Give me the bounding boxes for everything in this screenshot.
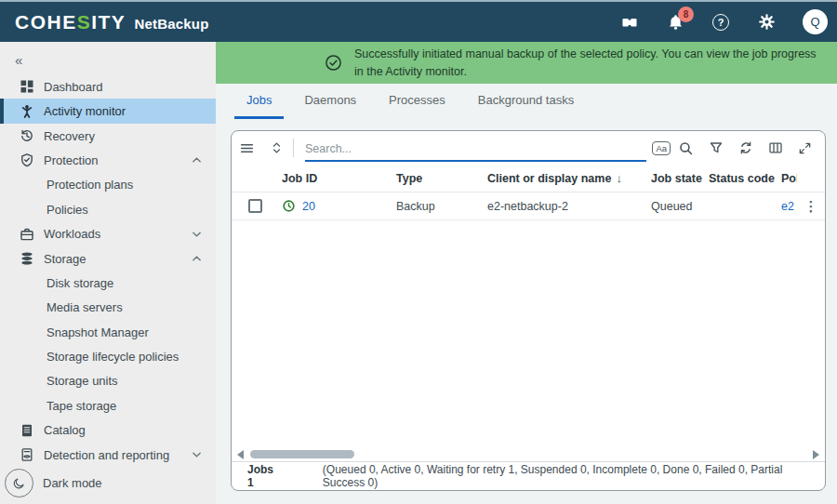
settings-gear-icon[interactable] [757,13,776,32]
chevron-up-icon [192,156,202,164]
user-avatar[interactable]: Q [803,9,828,34]
job-state-cell: Queued [645,200,703,213]
chevron-up-icon [192,255,202,262]
sidebar-item-dashboard[interactable]: Dashboard [0,74,216,99]
table-footer: Jobs 1 (Queued 0, Active 0, Waiting for … [232,461,825,490]
sidebar-item-activity-monitor[interactable]: Activity monitor [0,99,216,123]
success-banner-message: Successfully initiated manual backup of … [354,46,824,79]
product-name: NetBackup [134,16,208,32]
activity-monitor-icon [20,104,34,119]
jobs-table-card: Aa Job ID Type Client or display name ↓ … [231,130,826,491]
scroll-left-icon[interactable] [237,450,244,459]
search-icon[interactable] [678,140,694,156]
case-sensitive-icon[interactable]: Aa [652,141,671,155]
horizontal-scrollbar-thumb[interactable] [250,450,354,458]
refresh-icon[interactable] [738,140,753,155]
column-header-client[interactable]: Client or display name ↓ [487,171,645,185]
view-list-icon[interactable] [239,140,255,156]
horizontal-scrollbar[interactable] [235,446,821,461]
dark-mode-toggle[interactable]: Dark mode [0,467,216,499]
expand-fullscreen-icon[interactable] [798,141,812,155]
sidebar-item-label: Storage lifecycle policies [46,350,179,364]
sidebar-item-label: Disk storage [46,276,113,290]
job-queued-clock-icon [282,199,296,213]
tab-bar: Jobs Daemons Processes Background tasks [216,84,837,119]
chevron-down-icon [192,451,202,458]
storage-disks-icon [20,251,34,266]
column-header-status-code[interactable]: Status code [703,172,776,185]
sidebar-item-media-servers[interactable]: Media servers [0,296,216,320]
sidebar-item-label: Recovery [44,129,95,143]
search-input[interactable] [305,142,646,155]
row-checkbox[interactable] [248,199,262,213]
sidebar-item-tape-storage[interactable]: Tape storage [0,393,216,418]
sort-descending-icon[interactable]: ↓ [616,171,622,185]
success-check-icon [325,54,342,72]
tab-jobs[interactable]: Jobs [234,84,284,119]
protection-shield-icon [20,153,34,167]
tab-background-tasks[interactable]: Background tasks [466,84,586,119]
jobs-state-summary: (Queued 0, Active 0, Waiting for retry 1… [323,463,825,489]
collapse-sidebar-icon: « [15,52,22,68]
sidebar-item-label: Detection and reporting [44,448,169,462]
sidebar-item-label: Protection plans [46,178,133,192]
search-field[interactable] [305,138,646,162]
job-client-cell: e2-netbackup-2 [487,200,645,213]
notifications-bell-icon[interactable]: 8 [666,13,684,32]
sidebar-item-label: Policies [46,203,88,217]
top-bar: COHESITY NetBackup 8 ? Q [0,0,837,42]
column-header-type[interactable]: Type [394,172,487,185]
chevron-down-icon [192,231,202,238]
tab-processes[interactable]: Processes [377,84,458,119]
sidebar-item-label: Media servers [46,300,123,314]
sidebar-item-recovery[interactable]: Recovery [0,124,216,148]
collapse-sidebar-button[interactable]: « [0,49,216,71]
table-row[interactable]: 20 Backup e2-netbackup-2 Queued e2 ⋮ [232,192,825,220]
sidebar-item-label: Dashboard [44,80,103,94]
dashboard-icon [20,79,34,94]
brand-logo: COHESITY NetBackup [15,11,209,33]
column-header-job-state[interactable]: Job state [645,172,703,185]
notification-badge: 8 [678,7,694,22]
sidebar-item-label: Activity monitor [44,104,126,118]
scroll-right-icon[interactable] [813,450,819,459]
sidebar-item-label: Snapshot Manager [46,325,149,339]
columns-icon[interactable] [768,140,783,155]
catalog-book-icon [20,423,34,438]
sidebar-item-detection-and-reporting[interactable]: Detection and reporting [0,443,216,467]
sidebar-item-catalog[interactable]: Catalog [0,418,216,443]
sidebar-item-label: Storage [44,252,86,266]
sidebar-item-storage-lifecycle-policies[interactable]: Storage lifecycle policies [0,344,216,368]
help-icon[interactable]: ? [711,13,730,32]
job-type-cell: Backup [394,200,487,213]
filter-icon[interactable] [709,140,724,155]
moon-icon [5,469,33,497]
ticket-icon[interactable] [620,13,639,32]
sort-rows-icon[interactable] [270,140,284,155]
sidebar-item-workloads[interactable]: Workloads [0,221,216,245]
job-policy-cell[interactable]: e2 [776,200,797,213]
sidebar-item-protection-plans[interactable]: Protection plans [0,173,216,197]
recovery-icon [20,128,34,143]
table-header-row: Job ID Type Client or display name ↓ Job… [232,165,825,192]
tab-daemons[interactable]: Daemons [292,84,368,119]
jobs-count: Jobs 1 [247,463,282,489]
sidebar-item-label: Storage units [46,374,118,388]
dark-mode-label: Dark mode [43,476,102,490]
table-empty-space [232,220,825,446]
main-content: Successfully initiated manual backup of … [216,42,837,504]
column-header-job-id[interactable]: Job ID [278,172,394,185]
success-banner: Successfully initiated manual backup of … [216,42,837,84]
sidebar-item-disk-storage[interactable]: Disk storage [0,271,216,295]
table-toolbar: Aa [232,131,825,165]
overflow-menu-icon[interactable]: ⋮ [804,199,818,213]
job-id-link[interactable]: 20 [302,200,315,213]
sidebar-item-snapshot-manager[interactable]: Snapshot Manager [0,320,216,344]
sidebar-nav: « Dashboard Activity monitor Recovery Pr… [0,42,216,504]
sidebar-item-storage-units[interactable]: Storage units [0,369,216,393]
toolbar-divider [293,139,294,157]
column-header-policy[interactable]: Policy [776,172,797,185]
sidebar-item-storage[interactable]: Storage [0,246,216,271]
sidebar-item-policies[interactable]: Policies [0,197,216,221]
sidebar-item-protection[interactable]: Protection [0,148,216,172]
